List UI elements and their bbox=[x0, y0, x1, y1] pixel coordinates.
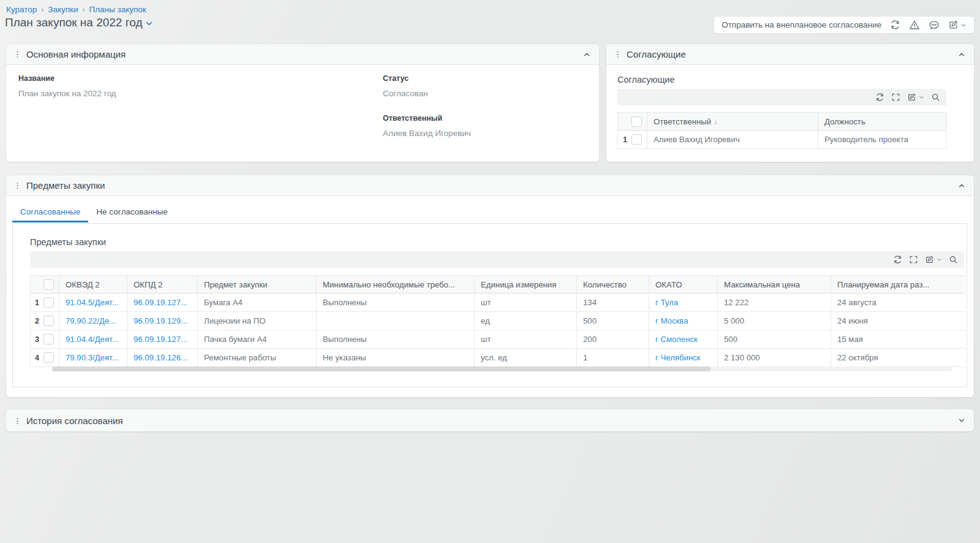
approvers-panel-header[interactable]: ⋮ Согласующие bbox=[606, 44, 974, 65]
okpd-link[interactable]: 96.09.19.127... bbox=[134, 335, 187, 344]
horizontal-scrollbar-thumb[interactable] bbox=[52, 366, 710, 371]
cell-max-price: 12 222 bbox=[718, 294, 831, 312]
row-checkbox[interactable] bbox=[43, 316, 54, 326]
cell-quantity: 1 bbox=[577, 349, 649, 367]
purchase-item-row[interactable]: 4 79.90.3/Деят... 96.09.19.126... Ремонт… bbox=[31, 349, 966, 367]
okato-link[interactable]: г Москва bbox=[655, 316, 688, 325]
chevron-down-icon[interactable] bbox=[937, 257, 942, 262]
okato-link[interactable]: г Челябинск bbox=[655, 353, 701, 362]
purchase-items-panel-header[interactable]: ⋮ Предметы закупки bbox=[6, 175, 974, 196]
breadcrumb-link-purchases[interactable]: Закупки bbox=[48, 5, 78, 14]
cell-position: Руководитель проекта bbox=[818, 131, 947, 149]
select-all-checkbox[interactable] bbox=[43, 279, 54, 290]
row-number: 1 bbox=[35, 298, 39, 307]
purchase-item-row[interactable]: 1 91.04.5/Деят... 96.09.19.127... Бумага… bbox=[31, 294, 966, 312]
tab-approved[interactable]: Согласованные bbox=[12, 202, 88, 222]
approvers-table-row[interactable]: 1 Алиев Вахид Игоревич Руководитель прое… bbox=[618, 131, 947, 149]
cell-quantity: 200 bbox=[577, 330, 649, 349]
purchase-item-row[interactable]: 2 79.90.22/Де... 96.09.19.129... Лицензи… bbox=[31, 312, 966, 330]
collapse-chevron-up-icon[interactable] bbox=[583, 51, 590, 58]
okpd-link[interactable]: 96.09.19.127... bbox=[134, 298, 187, 307]
column-header-subject[interactable]: Предмет закупки bbox=[198, 276, 317, 294]
cell-subject: Пачка бумаги А4 bbox=[198, 330, 317, 349]
edit-icon[interactable] bbox=[907, 93, 916, 102]
cell-unit: ед bbox=[475, 312, 577, 330]
okved-link[interactable]: 79.90.22/Де... bbox=[66, 316, 116, 325]
main-info-panel-header[interactable]: ⋮ Основная информация bbox=[6, 44, 599, 65]
edit-icon[interactable] bbox=[925, 255, 934, 264]
cell-requirements: Выполнены bbox=[317, 330, 475, 349]
okved-link[interactable]: 79.90.3/Деят... bbox=[66, 353, 119, 362]
row-checkbox[interactable] bbox=[43, 352, 54, 363]
refresh-icon[interactable] bbox=[875, 93, 884, 102]
column-header-okpd[interactable]: ОКПД 2 bbox=[127, 276, 198, 294]
purchase-items-table-viewport: ОКВЭД 2 ОКПД 2 Предмет закупки Минимальн… bbox=[30, 275, 965, 367]
drag-handle-icon[interactable]: ⋮ bbox=[13, 181, 21, 189]
column-header-max-price[interactable]: Максимальная цена bbox=[718, 276, 831, 294]
okved-link[interactable]: 91.04.4/Деят... bbox=[66, 335, 119, 344]
cell-unit: шт bbox=[475, 294, 577, 312]
drag-handle-icon[interactable]: ⋮ bbox=[614, 50, 622, 58]
refresh-icon[interactable] bbox=[893, 255, 902, 264]
breadcrumb-link-curator[interactable]: Куратор bbox=[6, 5, 37, 14]
expand-chevron-down-icon[interactable] bbox=[958, 417, 965, 424]
okato-link[interactable]: г Тула bbox=[655, 298, 678, 307]
collapse-chevron-up-icon[interactable] bbox=[958, 51, 965, 58]
okato-link[interactable]: г Смоленск bbox=[655, 335, 698, 344]
page-title-row: План закупок на 2022 год bbox=[5, 16, 153, 29]
drag-handle-icon[interactable]: ⋮ bbox=[13, 50, 21, 58]
row-checkbox[interactable] bbox=[43, 297, 54, 308]
tab-not-approved[interactable]: Не согласованные bbox=[88, 202, 176, 222]
column-header-requirements[interactable]: Минимально необходимые требо... bbox=[317, 276, 475, 294]
cell-subject: Бумага А4 bbox=[198, 294, 317, 312]
breadcrumb-link-purchase-plans[interactable]: Планы закупок bbox=[89, 5, 146, 14]
warning-icon[interactable] bbox=[909, 20, 920, 31]
okved-link[interactable]: 91.04.5/Деят... bbox=[66, 298, 119, 307]
cell-max-price: 2 130 000 bbox=[718, 349, 831, 367]
chevron-down-icon[interactable] bbox=[919, 94, 924, 100]
row-checkbox[interactable] bbox=[43, 334, 54, 344]
purchase-items-table: ОКВЭД 2 ОКПД 2 Предмет закупки Минимальн… bbox=[30, 275, 965, 367]
column-header-unit[interactable]: Единица измерения bbox=[475, 276, 577, 294]
edit-icon bbox=[948, 20, 959, 30]
title-chevron-icon[interactable] bbox=[145, 20, 153, 28]
column-header-okved[interactable]: ОКВЭД 2 bbox=[59, 276, 127, 294]
fullscreen-icon[interactable] bbox=[909, 255, 918, 264]
history-panel-title: История согласования bbox=[26, 416, 123, 426]
refresh-icon[interactable] bbox=[890, 20, 900, 30]
cell-unit: усл. ед bbox=[475, 349, 577, 367]
status-field-value: Согласован bbox=[383, 89, 428, 98]
row-checkbox[interactable] bbox=[631, 134, 642, 145]
column-header-responsible[interactable]: Ответственный↓ bbox=[647, 113, 818, 131]
approvers-panel: ⋮ Согласующие Согласующие Ответственный↓… bbox=[606, 44, 974, 162]
okpd-link[interactable]: 96.09.19.126... bbox=[134, 353, 187, 362]
page-title: План закупок на 2022 год bbox=[5, 16, 142, 29]
column-header-planned-date[interactable]: Планируемая дата раз... bbox=[831, 276, 966, 294]
name-field-value: План закупок на 2022 год bbox=[18, 89, 116, 98]
cell-requirements: Выполнены bbox=[317, 294, 475, 312]
okpd-link[interactable]: 96.09.19.129... bbox=[134, 316, 187, 325]
row-number: 1 bbox=[623, 135, 627, 144]
column-header-okato[interactable]: ОКАТО bbox=[649, 276, 718, 294]
sort-desc-icon[interactable]: ↓ bbox=[714, 118, 717, 126]
edit-menu-button[interactable] bbox=[948, 20, 967, 30]
send-unplanned-approval-button[interactable]: Отправить на внеплановое согласование bbox=[722, 20, 881, 29]
history-panel-header[interactable]: ⋮ История согласования bbox=[6, 409, 974, 431]
column-header-quantity[interactable]: Количество bbox=[577, 276, 649, 294]
horizontal-scrollbar[interactable] bbox=[52, 366, 952, 371]
main-info-panel: ⋮ Основная информация Название План заку… bbox=[6, 44, 599, 162]
search-icon[interactable] bbox=[931, 93, 940, 102]
collapse-chevron-up-icon[interactable] bbox=[958, 182, 965, 189]
purchase-item-row[interactable]: 3 91.04.4/Деят... 96.09.19.127... Пачка … bbox=[31, 330, 966, 349]
cell-quantity: 134 bbox=[577, 294, 649, 312]
purchase-items-panel-title: Предметы закупки bbox=[26, 180, 105, 191]
comment-icon[interactable] bbox=[929, 20, 940, 31]
chevron-down-icon bbox=[960, 22, 967, 28]
drag-handle-icon[interactable]: ⋮ bbox=[13, 417, 21, 425]
search-icon[interactable] bbox=[949, 255, 958, 264]
approvers-panel-title: Согласующие bbox=[627, 49, 686, 59]
cell-planned-date: 24 августа bbox=[831, 294, 966, 312]
fullscreen-icon[interactable] bbox=[891, 93, 900, 102]
column-header-position[interactable]: Должность bbox=[818, 113, 947, 131]
select-all-checkbox[interactable] bbox=[631, 116, 642, 127]
